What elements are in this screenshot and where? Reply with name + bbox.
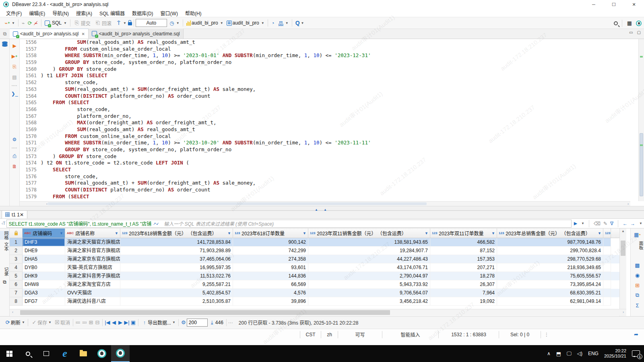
grid-cell[interactable]: 天猫-英氏官方旗舰店 bbox=[65, 263, 120, 272]
execute-statement-icon[interactable]: ▶ bbox=[11, 42, 18, 49]
grid-cell[interactable]: DHK9 bbox=[23, 272, 65, 280]
next-row-icon[interactable]: ▶ bbox=[117, 319, 124, 326]
grid-cell[interactable]: DYB0 bbox=[23, 263, 65, 272]
dbeaver-taskbar-icon[interactable] bbox=[93, 345, 111, 362]
row-number[interactable]: 4 bbox=[10, 263, 23, 272]
last-row-icon[interactable]: ▶| bbox=[124, 319, 130, 326]
expand-filter-icon[interactable]: ↗↙ bbox=[153, 222, 159, 226]
grid-cell[interactable]: 43,174,076.71 bbox=[308, 263, 430, 272]
grid-horizontal-scrollbar[interactable]: ‹ › bbox=[10, 309, 626, 316]
connection-selector[interactable]: audit_bi_pro▼ bbox=[185, 19, 225, 27]
sql-console-icon[interactable]: ❯_ bbox=[11, 90, 18, 97]
erase-filter-icon[interactable]: ⌫ bbox=[594, 221, 601, 226]
editor-results-sash[interactable]: ▲ ▲ bbox=[0, 206, 644, 211]
menu-编辑E[interactable]: 编辑(E) bbox=[25, 9, 49, 17]
usb-icon[interactable]: ⬒ bbox=[556, 351, 561, 357]
menu-文件F[interactable]: 文件(F) bbox=[2, 9, 25, 17]
grid-cell[interactable]: 44,227,486.43 bbox=[308, 255, 430, 263]
grid-cell[interactable]: 900,142 bbox=[233, 238, 308, 247]
export-data-button[interactable]: ↑ 导出数据...▼ bbox=[141, 319, 175, 326]
grid-vertical-scrollbar[interactable]: ▲ ▼ bbox=[619, 228, 626, 316]
grid-cell[interactable]: DHE9 bbox=[23, 247, 65, 255]
grid-cell[interactable]: 87,152 bbox=[430, 247, 497, 255]
tray-expand-icon[interactable]: ∧ bbox=[547, 351, 551, 356]
save-button[interactable]: ✓ 保存▼ bbox=[31, 319, 52, 326]
start-button[interactable] bbox=[0, 345, 19, 362]
row-number[interactable]: 6 bbox=[10, 280, 23, 289]
new-connection-button[interactable]: ⌁+▼ bbox=[3, 19, 16, 27]
network-icon[interactable]: 🖵 bbox=[567, 351, 572, 356]
column-header-5[interactable]: 1232023年双11销售金额（元） （包含运费）▼ bbox=[308, 228, 430, 238]
grid-cell[interactable]: 海澜之家抖音男子旗舰店 bbox=[65, 272, 120, 280]
grid-cell[interactable]: 742,299 bbox=[233, 247, 308, 255]
close-button[interactable]: ✕ bbox=[624, 0, 644, 9]
grid-cell[interactable]: 37,465,064.06 bbox=[120, 255, 233, 263]
panel-value-icon[interactable]: ▩ bbox=[634, 261, 642, 269]
restore-panel-icon[interactable]: ⧉ bbox=[0, 29, 10, 39]
copy-row-icon[interactable]: ⊞ bbox=[88, 319, 94, 326]
grid-settings-gear-icon[interactable]: ⚙ bbox=[180, 319, 187, 326]
panel-calc-icon[interactable]: ⊞ bbox=[634, 281, 642, 289]
record-panel-icon[interactable]: ⧉ bbox=[1, 278, 8, 286]
notification-center-icon[interactable]: 1 bbox=[632, 350, 640, 357]
focus-cell-icon[interactable]: ▣ bbox=[130, 319, 136, 326]
minimize-button[interactable]: ─ bbox=[584, 0, 604, 9]
editor-settings-gear-icon[interactable]: ⚙ bbox=[11, 136, 18, 143]
database-selector[interactable]: audit_bi_pro▼ bbox=[225, 19, 266, 27]
row-number[interactable]: 3 bbox=[10, 255, 23, 263]
grid-cell-partial[interactable] bbox=[603, 263, 611, 272]
back-icon[interactable]: ← bbox=[623, 221, 627, 226]
grid-cell[interactable]: 7,964 bbox=[430, 289, 497, 297]
grid-cell[interactable]: 218,936,349.65 bbox=[497, 263, 603, 272]
edit-filter-icon[interactable]: ✎ bbox=[603, 221, 607, 226]
tab-close-icon[interactable]: ✕ bbox=[81, 32, 85, 36]
row-number[interactable]: 1 bbox=[10, 238, 23, 247]
grid-cell[interactable]: 16,995,597.35 bbox=[120, 263, 233, 272]
sql-editor[interactable]: 1556 SUM(real_goods_amt) AS real_goods_a… bbox=[20, 39, 630, 201]
edit-row-icon[interactable]: ≔ bbox=[75, 319, 81, 326]
menu-SQL 编辑器[interactable]: SQL 编辑器 bbox=[96, 9, 128, 17]
column-filter-dropdown-icon[interactable]: ▼ bbox=[303, 231, 306, 235]
editor-horizontal-scrollbar[interactable]: ‹ › bbox=[20, 201, 630, 206]
internet-explorer-icon[interactable]: e bbox=[56, 345, 74, 362]
transaction-mode-button[interactable]: T̄▼ bbox=[114, 19, 128, 27]
grid-cell[interactable]: 93,601 bbox=[233, 263, 308, 272]
grid-cell[interactable]: 68,630,395.21 bbox=[497, 289, 603, 297]
row-number[interactable]: 2 bbox=[10, 247, 23, 255]
language-switcher[interactable]: ENG bbox=[588, 351, 599, 356]
add-row-icon[interactable]: ≕ bbox=[81, 319, 88, 326]
transaction-log-button[interactable]: ◷▼ bbox=[167, 19, 181, 27]
column-filter-dropdown-icon[interactable]: ▼ bbox=[425, 231, 428, 235]
result-tab-t1[interactable]: t1 1 ✕ bbox=[2, 210, 27, 218]
row-number[interactable]: 7 bbox=[10, 289, 23, 297]
menu-帮助H[interactable]: 帮助(H) bbox=[182, 9, 205, 17]
disconnect-icon[interactable]: ⌁̸ bbox=[33, 20, 39, 26]
grid-cell[interactable]: 11,513,022.76 bbox=[120, 272, 233, 280]
grid-cell[interactable]: 海澜优选抖音八店 bbox=[65, 297, 120, 306]
maximize-editor-icon[interactable]: ▢ bbox=[637, 30, 641, 35]
grid-cell[interactable]: 5,943,733.92 bbox=[308, 280, 430, 289]
grid-cell-partial[interactable] bbox=[603, 289, 611, 297]
grid-cell[interactable]: 75,605,556.57 bbox=[497, 272, 603, 280]
grid-cell-partial[interactable] bbox=[603, 297, 611, 306]
grid-cell[interactable]: 19,092 bbox=[430, 297, 497, 306]
grid-cell-partial[interactable] bbox=[603, 255, 611, 263]
fetch-size-input[interactable] bbox=[187, 319, 208, 327]
column-header-7[interactable]: 1232023年总销售金额（元） （包含运费）▼ bbox=[497, 228, 603, 238]
task-view-icon[interactable] bbox=[37, 345, 56, 362]
dbeaver-taskbar-icon-active[interactable] bbox=[111, 345, 130, 362]
grid-cell[interactable]: 海澜之家抖音官方旗舰店 bbox=[65, 247, 120, 255]
grid-cell[interactable]: 2,790,044.97 bbox=[308, 272, 430, 280]
dashboard-gauge-icon[interactable]: ◔ bbox=[270, 20, 276, 26]
panel-grid-icon[interactable]: ▦+ bbox=[634, 230, 642, 239]
tab-grid-presentation[interactable]: 网格 bbox=[0, 231, 9, 240]
grid-cell[interactable]: 66,569 bbox=[233, 280, 308, 289]
column-header-1[interactable]: ABC店铺编码▼ bbox=[23, 228, 65, 238]
grid-cell[interactable]: 138,581,943.65 bbox=[308, 238, 430, 247]
filter-input[interactable]: SELECT t1.store_code AS "店铺编码", t1.store… bbox=[6, 220, 571, 228]
panel-references-icon[interactable]: ⧉ bbox=[634, 291, 642, 299]
execute-new-tab-icon[interactable]: ▶+ bbox=[11, 53, 18, 60]
commit-button[interactable]: ⎘ 提交 bbox=[72, 19, 93, 27]
grid-cell[interactable]: 157,353 bbox=[430, 255, 497, 263]
overflow-dots[interactable]: ··· bbox=[228, 320, 233, 325]
